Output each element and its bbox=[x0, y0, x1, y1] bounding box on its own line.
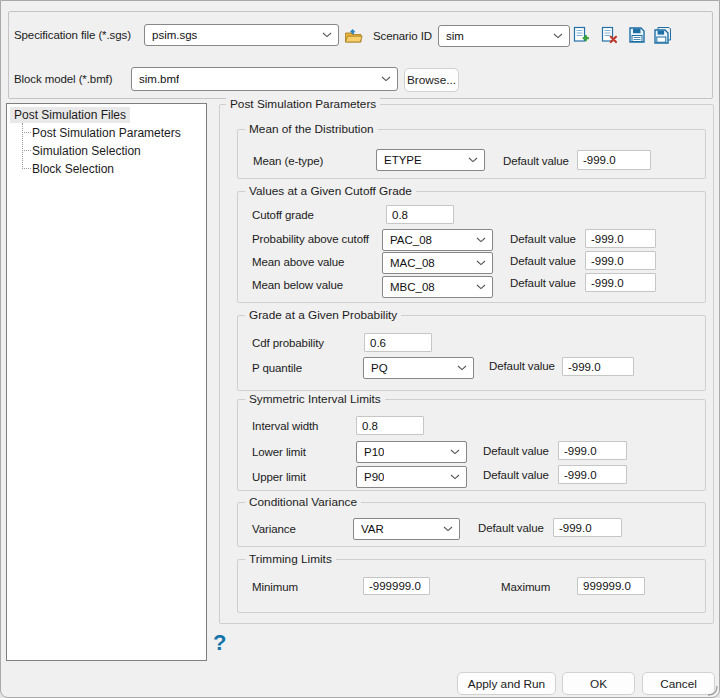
mac-default-label: Default value bbox=[510, 254, 576, 268]
chevron-down-icon bbox=[443, 526, 453, 532]
mean-above-value-label: Mean above value bbox=[252, 255, 344, 269]
mean-etype-label: Mean (e-type) bbox=[253, 154, 323, 168]
upper-default-input[interactable] bbox=[558, 465, 627, 484]
variance-combo[interactable]: VAR bbox=[353, 518, 460, 540]
chevron-down-icon bbox=[476, 260, 486, 266]
symmetric-interval-title: Symmetric Interval Limits bbox=[245, 392, 385, 407]
block-model-value: sim.bmf bbox=[139, 73, 179, 85]
save-as-icon[interactable] bbox=[652, 25, 672, 45]
conditional-variance-title: Conditional Variance bbox=[245, 495, 361, 510]
add-scenario-icon[interactable] bbox=[571, 25, 591, 45]
delete-scenario-icon[interactable] bbox=[599, 25, 619, 45]
tree-item-block-selection[interactable]: Block Selection bbox=[32, 161, 114, 177]
mean-above-value-combo[interactable]: MAC_08 bbox=[382, 252, 493, 274]
mac-default-input[interactable] bbox=[585, 251, 656, 270]
tree-item-post-simulation-files[interactable]: Post Simulation Files bbox=[10, 107, 130, 123]
mbc-default-label: Default value bbox=[510, 276, 576, 290]
given-probability-title: Grade at a Given Probability bbox=[245, 308, 401, 323]
tree-connector-stub bbox=[22, 168, 31, 169]
mean-distribution-title: Mean of the Distribution bbox=[245, 122, 378, 137]
mean-default-input[interactable] bbox=[577, 150, 651, 170]
maximum-label: Maximum bbox=[501, 580, 550, 594]
browse-button[interactable]: Browse... bbox=[404, 68, 459, 92]
chevron-down-icon bbox=[450, 474, 460, 480]
tree-connector-stub bbox=[22, 150, 31, 151]
upper-limit-combo[interactable]: P90 bbox=[356, 466, 467, 488]
chevron-down-icon bbox=[381, 76, 391, 82]
spec-file-value: psim.sgs bbox=[152, 29, 197, 41]
interval-width-input[interactable] bbox=[356, 416, 424, 435]
tree-connector-line bbox=[22, 123, 23, 169]
tree-item-post-simulation-parameters[interactable]: Post Simulation Parameters bbox=[32, 125, 181, 141]
mean-below-value-label: Mean below value bbox=[252, 278, 343, 292]
upper-default-label: Default value bbox=[483, 468, 549, 482]
maximum-input[interactable] bbox=[577, 577, 645, 595]
chevron-down-icon bbox=[468, 157, 478, 163]
cdf-probability-input[interactable] bbox=[364, 333, 432, 352]
mean-above-value-value: MAC_08 bbox=[390, 257, 435, 269]
p-quantile-value: PQ bbox=[371, 362, 388, 374]
ok-button[interactable]: OK bbox=[562, 672, 635, 695]
conditional-variance-groupbox: Conditional Variance bbox=[237, 502, 706, 547]
variance-default-label: Default value bbox=[478, 521, 544, 535]
p-quantile-combo[interactable]: PQ bbox=[363, 357, 474, 379]
pq-default-input[interactable] bbox=[562, 357, 634, 376]
probability-above-cutoff-value: PAC_08 bbox=[390, 234, 432, 246]
variance-value: VAR bbox=[361, 523, 384, 535]
post-simulation-parameters-title: Post Simulation Parameters bbox=[226, 97, 380, 112]
tree-connector-stub bbox=[22, 132, 31, 133]
scenario-id-label: Scenario ID bbox=[373, 29, 432, 43]
chevron-down-icon bbox=[476, 237, 486, 243]
chevron-down-icon bbox=[553, 33, 563, 39]
variance-default-input[interactable] bbox=[553, 518, 622, 537]
scenario-id-value: sim bbox=[446, 30, 464, 42]
pq-default-label: Default value bbox=[489, 359, 555, 373]
minimum-input[interactable] bbox=[363, 577, 430, 595]
minimum-label: Minimum bbox=[252, 580, 298, 594]
apply-and-run-button[interactable]: Apply and Run bbox=[457, 672, 556, 695]
mean-below-value-value: MBC_08 bbox=[390, 281, 435, 293]
mean-etype-combo[interactable]: ETYPE bbox=[376, 149, 485, 171]
mean-default-label: Default value bbox=[503, 154, 569, 168]
trimming-limits-title: Trimming Limits bbox=[245, 552, 336, 567]
files-tree-panel[interactable]: Post Simulation Files Post Simulation Pa… bbox=[6, 103, 207, 661]
block-model-combo[interactable]: sim.bmf bbox=[131, 67, 398, 91]
mean-etype-value: ETYPE bbox=[384, 154, 422, 166]
resize-grip[interactable] bbox=[704, 682, 718, 696]
chevron-down-icon bbox=[476, 284, 486, 290]
symmetric-interval-groupbox: Symmetric Interval Limits bbox=[237, 399, 706, 491]
lower-default-input[interactable] bbox=[558, 441, 627, 460]
spec-file-label: Specification file (*.sgs) bbox=[14, 28, 131, 42]
probability-above-cutoff-label: Probability above cutoff bbox=[252, 232, 369, 246]
post-simulation-dialog: Specification file (*.sgs) psim.sgs Scen… bbox=[0, 0, 720, 698]
upper-limit-label: Upper limit bbox=[252, 470, 306, 484]
chevron-down-icon bbox=[322, 32, 332, 38]
cutoff-grade-label: Cutoff grade bbox=[252, 208, 314, 222]
pac-default-label: Default value bbox=[510, 232, 576, 246]
save-icon[interactable] bbox=[627, 25, 647, 45]
upper-limit-value: P90 bbox=[364, 471, 384, 483]
cutoff-grade-title: Values at a Given Cutoff Grade bbox=[245, 184, 416, 199]
p-quantile-label: P quantile bbox=[252, 361, 302, 375]
pac-default-input[interactable] bbox=[585, 229, 656, 248]
help-icon[interactable]: ? bbox=[213, 631, 226, 655]
given-probability-groupbox: Grade at a Given Probability bbox=[237, 315, 706, 391]
cdf-probability-label: Cdf probability bbox=[252, 336, 324, 350]
block-model-label: Block model (*.bmf) bbox=[14, 72, 112, 86]
tree-item-simulation-selection[interactable]: Simulation Selection bbox=[32, 143, 141, 159]
lower-limit-value: P10 bbox=[364, 446, 384, 458]
probability-above-cutoff-combo[interactable]: PAC_08 bbox=[382, 229, 493, 251]
interval-width-label: Interval width bbox=[252, 419, 318, 433]
scenario-id-combo[interactable]: sim bbox=[438, 25, 570, 47]
lower-limit-combo[interactable]: P10 bbox=[356, 441, 467, 463]
mbc-default-input[interactable] bbox=[585, 273, 656, 292]
lower-limit-label: Lower limit bbox=[252, 445, 306, 459]
chevron-down-icon bbox=[457, 365, 467, 371]
mean-below-value-combo[interactable]: MBC_08 bbox=[382, 276, 493, 298]
cutoff-grade-input[interactable] bbox=[386, 205, 454, 224]
open-folder-icon[interactable] bbox=[343, 25, 363, 45]
variance-label: Variance bbox=[252, 522, 296, 536]
spec-file-combo[interactable]: psim.sgs bbox=[144, 24, 339, 46]
lower-default-label: Default value bbox=[483, 444, 549, 458]
chevron-down-icon bbox=[450, 449, 460, 455]
